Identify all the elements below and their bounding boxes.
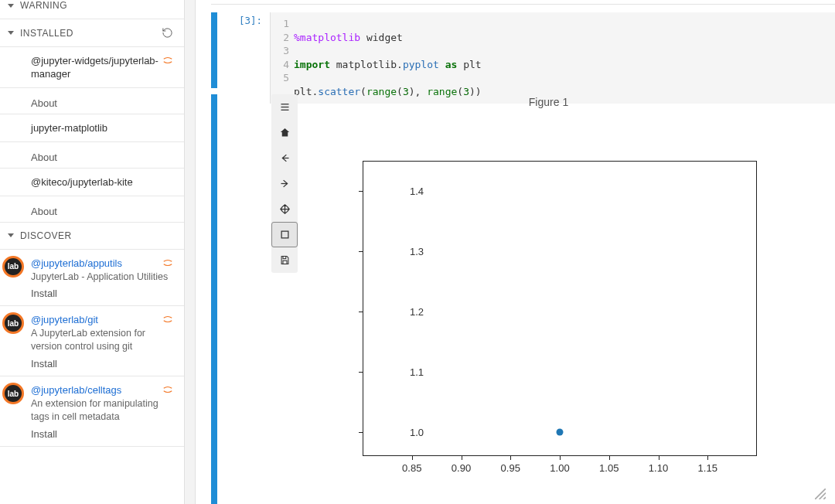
menu-icon[interactable] [271,94,298,120]
data-point [557,428,564,435]
code-editor[interactable]: 1 2 3 4 5 %matplotlib widget import matp… [270,12,835,104]
svg-rect-6 [283,257,286,259]
ext-action-about[interactable]: About [31,97,173,109]
cell-prompt: [3]: [217,12,270,104]
code-lines[interactable]: %matplotlib widget import matplotlib.pyp… [294,17,491,99]
x-tick-mark [462,456,462,460]
ext-desc: A JupyterLab extension for version contr… [31,327,173,353]
x-tick-label: 1.15 [698,462,717,474]
figure-toolbar [271,94,298,273]
discover-ext-0: lab @jupyterlab/apputils JupyterLab - Ap… [0,250,184,307]
x-tick-label: 1.10 [649,462,668,474]
discover-ext-1: lab @jupyterlab/git A JupyterLab extensi… [0,306,184,376]
ext-action-install[interactable]: Install [31,428,173,440]
section-title-warning: WARNING [20,0,67,11]
y-tick-label: 1.2 [393,305,424,317]
output-active-bar [211,94,217,504]
jupyter-status-icon [162,384,173,395]
cell-active-bar [211,12,217,88]
ext-action-install[interactable]: Install [31,358,173,369]
x-tick-mark [707,456,708,460]
ext-action-about[interactable]: About [31,206,173,217]
section-title-installed: INSTALLED [20,28,73,39]
notebook-main: [3]: 1 2 3 4 5 %matplotlib widget import… [196,0,835,504]
section-header-warning[interactable]: WARNING [0,0,184,19]
chevron-down-icon [8,31,14,35]
y-tick-mark [359,312,363,312]
line-gutter: 1 2 3 4 5 [271,17,294,99]
zoom-rect-icon[interactable] [271,222,298,247]
x-tick-label: 0.90 [452,462,471,474]
ext-link[interactable]: @jupyterlab/git [31,314,173,325]
x-tick-label: 0.95 [501,462,520,474]
sidebar-scrollbar[interactable] [185,0,196,504]
ext-desc: JupyterLab - Application Utilities [31,271,173,284]
x-tick-mark [560,456,561,460]
y-tick-label: 1.4 [393,185,424,196]
extension-sidebar[interactable]: WARNING INSTALLED @jupyter-widgets/jupyt… [0,0,185,504]
installed-ext-0-about[interactable]: About [0,88,184,114]
section-title-discover: DISCOVER [20,230,72,241]
resize-grip-icon[interactable] [815,489,826,499]
save-icon[interactable] [271,247,298,273]
y-tick-mark [359,251,363,252]
x-tick-mark [510,456,511,460]
ext-link[interactable]: @jupyterlab/apputils [31,257,173,269]
figure-output: Figure 1 1.01.11.21.31.4 0.850.900.951.0… [270,94,827,504]
forward-icon[interactable] [271,171,298,196]
jupyter-status-icon [162,314,173,325]
ext-name: jupyter-matplotlib [31,122,173,135]
ext-action-about[interactable]: About [31,152,173,163]
jupyterlab-badge-icon: lab [2,256,24,278]
figure-title: Figure 1 [270,96,827,108]
installed-ext-2: @kiteco/jupyterlab-kite [0,169,184,196]
ext-name: @jupyter-widgets/jupyterlab-manager [31,55,173,81]
jupyter-status-icon [162,257,173,268]
section-header-discover[interactable]: DISCOVER [0,223,184,250]
divider [211,4,835,5]
jupyter-status-icon [162,55,173,66]
y-tick-label: 1.3 [393,245,424,257]
ext-desc: An extension for manipulating tags in ce… [31,397,173,424]
section-header-installed[interactable]: INSTALLED [0,19,184,47]
back-icon[interactable] [271,145,298,171]
home-icon[interactable] [271,120,298,145]
x-tick-mark [412,456,413,460]
y-tick-label: 1.1 [393,366,424,377]
pan-icon[interactable] [271,196,298,222]
installed-ext-1-about[interactable]: About [0,142,184,169]
x-tick-label: 1.05 [599,462,619,474]
jupyterlab-badge-icon: lab [2,312,24,334]
installed-ext-0: @jupyter-widgets/jupyterlab-manager [0,47,184,88]
installed-ext-2-about[interactable]: About [0,196,184,223]
x-tick-mark [609,456,610,460]
y-tick-mark [359,372,363,373]
discover-ext-2: lab @jupyterlab/celltags An extension fo… [0,376,184,447]
chevron-down-icon [8,4,14,8]
y-tick-mark [359,191,363,192]
jupyterlab-badge-icon: lab [2,383,24,404]
refresh-icon[interactable] [162,27,173,39]
ext-action-install[interactable]: Install [31,288,173,299]
x-tick-label: 1.00 [550,462,569,474]
installed-ext-1: jupyter-matplotlib [0,114,184,142]
ext-link[interactable]: @jupyterlab/celltags [31,384,173,396]
ext-name: @kiteco/jupyterlab-kite [31,176,173,189]
y-tick-label: 1.0 [393,426,424,438]
y-tick-mark [359,432,363,433]
x-tick-label: 0.85 [402,462,421,474]
chevron-down-icon [8,233,14,237]
svg-rect-7 [283,261,287,264]
code-cell[interactable]: [3]: 1 2 3 4 5 %matplotlib widget import… [211,12,835,104]
x-tick-mark [659,456,659,460]
svg-rect-5 [281,231,288,238]
